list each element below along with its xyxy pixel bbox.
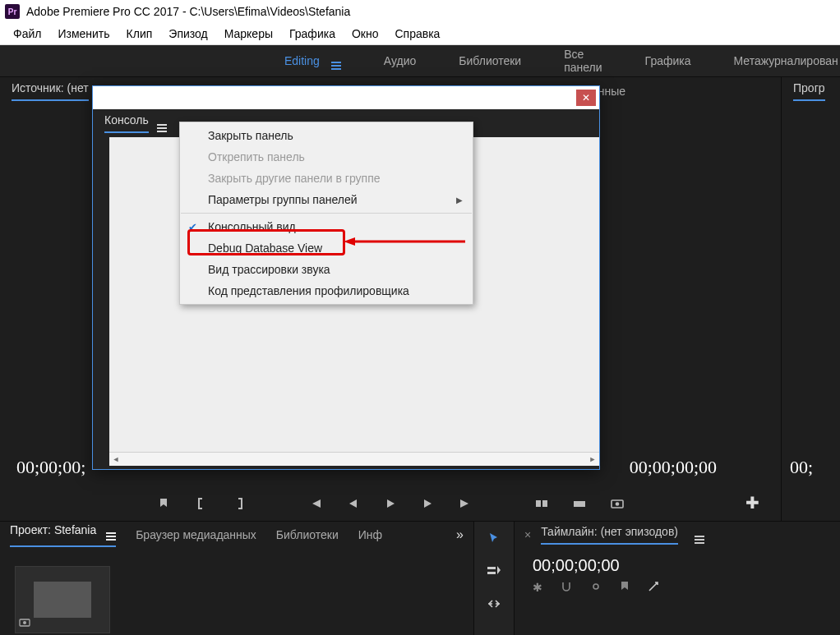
panel-menu-icon[interactable] <box>157 115 167 132</box>
workspace-editing[interactable]: Editing <box>263 45 362 76</box>
timeline-tab[interactable]: Таймлайн: (нет эпизодов) <box>541 525 678 545</box>
timeline-toolbar: ✱ <box>533 581 659 595</box>
menu-profiler-view[interactable]: Код представления профилировщика <box>180 280 473 301</box>
check-icon: ✔ <box>188 221 197 233</box>
svg-point-4 <box>616 502 620 506</box>
console-titlebar[interactable]: ✕ <box>93 86 599 109</box>
scroll-right-icon[interactable]: ► <box>586 453 599 465</box>
panel-menu-icon[interactable] <box>106 523 116 536</box>
go-to-out-icon[interactable] <box>458 495 474 512</box>
horizontal-scrollbar[interactable]: ◄ ► <box>109 452 599 466</box>
magnet-icon[interactable] <box>561 581 572 595</box>
settings-icon[interactable] <box>648 581 659 595</box>
menu-close-others: Закрыть другие панели в группе <box>180 168 473 189</box>
menu-close-panel[interactable]: Закрыть панель <box>180 125 473 146</box>
program-tab[interactable]: Прогр <box>793 81 825 101</box>
workspace-metalogging[interactable]: Метажурналирован <box>713 45 840 76</box>
tools-panel <box>474 522 515 635</box>
project-panel: Проект: Stefania Браузер медиаданных Биб… <box>0 522 474 635</box>
overwrite-icon[interactable] <box>571 495 588 512</box>
menu-separator <box>181 213 472 214</box>
console-tab[interactable]: Консоль <box>104 113 149 133</box>
program-timecode: 00; <box>790 457 813 478</box>
scroll-left-icon[interactable]: ◄ <box>109 453 122 465</box>
timeline-panel: × Таймлайн: (нет эпизодов) 00;00;00;00 ✱ <box>515 522 840 635</box>
panel-context-menu: Закрыть панель Открепить панель Закрыть … <box>179 122 473 305</box>
libraries-tab[interactable]: Библиотеки <box>276 528 339 541</box>
add-marker-icon[interactable] <box>620 581 630 595</box>
workspace-bar: Editing Аудио Библиотеки Все панели Граф… <box>0 45 840 77</box>
timeline-timecode: 00;00;00;00 <box>533 556 620 575</box>
menu-clip[interactable]: Клип <box>118 25 161 42</box>
menu-window[interactable]: Окно <box>344 25 387 42</box>
project-tab[interactable]: Проект: Stefania <box>10 523 116 547</box>
menu-panel-group-settings[interactable]: Параметры группы панелей ▶ <box>180 189 473 210</box>
button-editor-plus-icon[interactable]: ✚ <box>745 493 759 513</box>
menu-graphics[interactable]: Графика <box>281 25 344 42</box>
menu-console-view[interactable]: ✔ Консольный вид <box>180 216 473 237</box>
window-title: Adobe Premiere Pro CC 2017 - C:\Users\Ef… <box>26 5 350 18</box>
ripple-edit-tool-icon[interactable] <box>484 594 504 614</box>
menu-undock-panel: Открепить панель <box>180 146 473 168</box>
project-thumbnail[interactable] <box>15 566 110 633</box>
app-icon: Pr <box>5 4 20 19</box>
play-icon[interactable] <box>382 495 399 512</box>
track-select-tool-icon[interactable] <box>484 561 504 581</box>
svg-rect-0 <box>536 500 541 507</box>
info-tab[interactable]: Инф <box>358 528 382 541</box>
out-bracket-icon[interactable] <box>231 495 247 512</box>
step-back-icon[interactable] <box>344 495 361 512</box>
workspace-libraries[interactable]: Библиотеки <box>437 45 542 76</box>
program-monitor-panel: Прогр 00; <box>782 77 840 521</box>
menu-file[interactable]: Файл <box>5 25 49 42</box>
in-bracket-icon[interactable] <box>193 495 210 512</box>
menu-debug-database-view[interactable]: Debug Database View <box>180 237 473 259</box>
source-timecode-left: 00;00;00; <box>16 457 85 478</box>
selection-tool-icon[interactable] <box>484 528 504 548</box>
svg-rect-8 <box>487 572 496 574</box>
marker-icon[interactable] <box>155 495 172 512</box>
svg-point-6 <box>23 621 26 624</box>
window-titlebar: Pr Adobe Premiere Pro CC 2017 - C:\Users… <box>0 0 840 23</box>
camera-icon <box>19 617 30 629</box>
svg-rect-7 <box>487 567 496 569</box>
workspace-audio[interactable]: Аудио <box>362 45 438 76</box>
menubar: Файл Изменить Клип Эпизод Маркеры График… <box>0 23 840 45</box>
snap-icon[interactable]: ✱ <box>533 581 542 595</box>
workspace-all-panels[interactable]: Все панели <box>542 45 623 76</box>
workspace-graphics[interactable]: Графика <box>624 45 713 76</box>
menu-help[interactable]: Справка <box>386 25 448 42</box>
close-tab-icon[interactable]: × <box>524 528 531 541</box>
step-forward-icon[interactable] <box>420 495 436 512</box>
workspace-menu-icon[interactable] <box>331 53 341 70</box>
svg-rect-1 <box>542 500 547 507</box>
menu-markers[interactable]: Маркеры <box>216 25 281 42</box>
insert-icon[interactable] <box>533 495 550 512</box>
export-frame-icon[interactable] <box>609 495 625 512</box>
svg-rect-2 <box>574 501 585 507</box>
source-timecode-right: 00;00;00;00 <box>630 457 717 478</box>
menu-edit[interactable]: Изменить <box>49 25 118 42</box>
panel-menu-icon[interactable] <box>695 527 704 544</box>
linked-selection-icon[interactable] <box>590 581 602 595</box>
chevron-right-icon: ▶ <box>456 196 463 205</box>
menu-sequence[interactable]: Эпизод <box>160 25 215 42</box>
media-browser-tab[interactable]: Браузер медиаданных <box>136 528 256 541</box>
transport-bar <box>0 486 781 521</box>
go-to-in-icon[interactable] <box>307 495 323 512</box>
close-window-button[interactable]: ✕ <box>576 90 596 106</box>
menu-audio-trace-view[interactable]: Вид трассировки звука <box>180 259 473 280</box>
panel-tab-fragment: нные <box>598 85 625 98</box>
source-tab[interactable]: Источник: (нет <box>12 81 89 101</box>
overflow-menu-icon[interactable]: » <box>456 527 464 542</box>
